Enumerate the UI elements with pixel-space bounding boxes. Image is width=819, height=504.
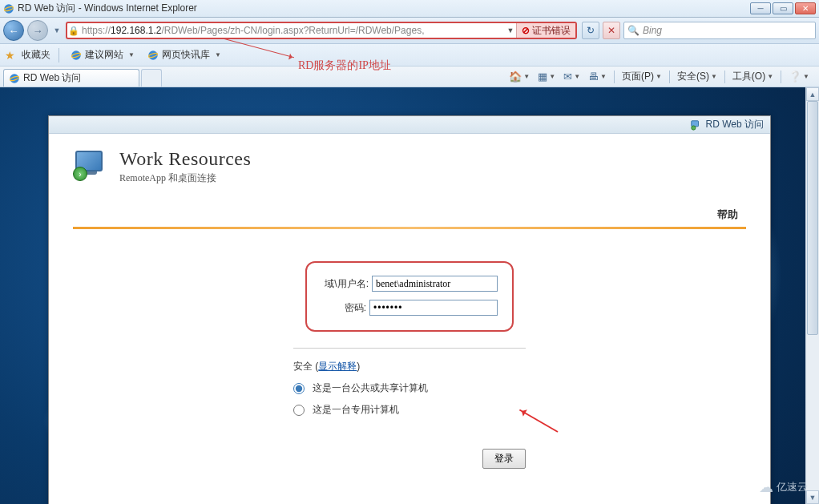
- mail-icon: ✉: [563, 71, 572, 83]
- cmd-page[interactable]: 页面(P)▼: [619, 69, 665, 85]
- rd-icon: [690, 119, 701, 131]
- url-dropdown-icon[interactable]: ▼: [505, 26, 516, 34]
- cmd-label: 页面(P): [622, 70, 654, 83]
- username-label: 域\用户名:: [321, 277, 369, 291]
- help-icon: ❔: [789, 71, 801, 83]
- security-label: 安全: [293, 361, 313, 372]
- show-explanation-link[interactable]: 显示解释: [318, 361, 357, 372]
- rdweb-header-label: RD Web 访问: [706, 118, 764, 131]
- ie-icon: [147, 50, 159, 61]
- cmd-tools[interactable]: 工具(O)▼: [729, 69, 777, 85]
- annotation-text: RD服务器的IP地址: [298, 58, 391, 73]
- back-button[interactable]: ←: [3, 20, 24, 41]
- cmd-print[interactable]: 🖶▼: [585, 69, 610, 85]
- watermark-text: 亿速云: [777, 480, 808, 494]
- chevron-down-icon: ▼: [215, 51, 221, 58]
- search-placeholder: Bing: [643, 25, 662, 36]
- separator: [724, 71, 725, 83]
- security-block: 安全 (显示解释) 这是一台公共或共享计算机 这是一台专用计算机: [293, 348, 526, 417]
- search-icon: 🔍: [627, 25, 639, 36]
- separator: [781, 71, 781, 83]
- rss-icon: ▦: [538, 71, 547, 83]
- cmd-label: 安全(S): [677, 70, 709, 83]
- tab-bar: RD Web 访问 🏠▼ ▦▼ ✉▼ 🖶▼ 页面(P)▼ 安全(S)▼ 工具(O…: [0, 67, 819, 87]
- close-button[interactable]: ✕: [795, 2, 816, 14]
- command-bar: 🏠▼ ▦▼ ✉▼ 🖶▼ 页面(P)▼ 安全(S)▼ 工具(O)▼ ❔▼: [162, 67, 816, 87]
- option-public-label: 这是一台公共或共享计算机: [313, 381, 428, 395]
- cert-error-label: 证书错误: [532, 24, 571, 38]
- username-input[interactable]: [372, 276, 498, 292]
- scroll-thumb[interactable]: [807, 101, 818, 335]
- scroll-down-button[interactable]: ▼: [806, 490, 819, 504]
- password-label: 密码:: [321, 301, 366, 315]
- fav-item-label: 建议网站: [85, 48, 123, 62]
- page-subtitle: RemoteApp 和桌面连接: [119, 171, 251, 185]
- cmd-safety[interactable]: 安全(S)▼: [674, 69, 720, 85]
- favorites-bar: ★ 收藏夹 建议网站 ▼ 网页快讯库 ▼: [0, 44, 819, 67]
- favorites-star-icon[interactable]: ★: [5, 49, 15, 62]
- separator: [669, 71, 670, 83]
- svg-point-9: [691, 125, 695, 129]
- home-icon: 🏠: [509, 71, 522, 83]
- separator: [614, 71, 615, 83]
- tab-rdweb[interactable]: RD Web 访问: [3, 69, 139, 87]
- cmd-help[interactable]: ❔▼: [785, 69, 813, 85]
- login-area: 域\用户名: 密码: 安全 (显示解释) 这是一台公共或共享计算机: [49, 229, 770, 485]
- new-tab-button[interactable]: [141, 69, 162, 87]
- fav-web-slices[interactable]: 网页快讯库 ▼: [144, 46, 224, 63]
- radio-public[interactable]: [293, 383, 305, 394]
- password-input[interactable]: [369, 300, 498, 316]
- tab-label: RD Web 访问: [23, 71, 81, 85]
- login-box-highlight: 域\用户名: 密码:: [305, 261, 514, 332]
- annotation-arrow-login: [519, 409, 559, 433]
- cmd-label: 工具(O): [732, 70, 765, 83]
- work-resources-logo: ›: [73, 151, 108, 183]
- ie-icon: [71, 50, 82, 61]
- print-icon: 🖶: [588, 71, 599, 83]
- window-title: RD Web 访问 - Windows Internet Explorer: [18, 2, 750, 15]
- watermark: ☁ 亿速云: [759, 478, 808, 496]
- address-bar[interactable]: 🔒 https://192.168.1.2/RDWeb/Pages/zh-CN/…: [66, 22, 577, 39]
- navigation-bar: ← → ▼ 🔒 https://192.168.1.2/RDWeb/Pages/…: [0, 18, 819, 44]
- scroll-up-button[interactable]: ▲: [806, 87, 819, 101]
- forward-button[interactable]: →: [27, 20, 48, 41]
- url-text: https://192.168.1.2/RDWeb/Pages/zh-CN/lo…: [80, 25, 505, 36]
- chevron-down-icon: ▼: [128, 51, 135, 58]
- fav-item-label: 网页快讯库: [162, 48, 210, 62]
- page-title: Work Resources: [119, 148, 251, 170]
- cert-error-icon: ⊘: [522, 25, 530, 36]
- page-viewport: RD Web 访问 › Work Resources RemoteApp 和桌面…: [0, 87, 819, 504]
- cmd-home[interactable]: 🏠▼: [506, 69, 533, 85]
- rdweb-panel: RD Web 访问 › Work Resources RemoteApp 和桌面…: [48, 115, 771, 504]
- search-box[interactable]: 🔍 Bing: [623, 22, 816, 39]
- ie-icon: [9, 73, 20, 84]
- login-button[interactable]: 登录: [482, 449, 526, 469]
- svg-rect-8: [691, 120, 698, 126]
- rdweb-header-bar: RD Web 访问: [49, 116, 770, 134]
- minimize-button[interactable]: ─: [750, 2, 771, 14]
- cloud-icon: ☁: [759, 478, 773, 496]
- option-public[interactable]: 这是一台公共或共享计算机: [293, 381, 526, 395]
- option-private[interactable]: 这是一台专用计算机: [293, 403, 526, 417]
- window-titlebar: RD Web 访问 - Windows Internet Explorer ─ …: [0, 0, 819, 18]
- stop-button[interactable]: ✕: [603, 22, 620, 39]
- lock-icon: 🔒: [67, 26, 80, 36]
- work-resources-header: › Work Resources RemoteApp 和桌面连接: [49, 134, 770, 192]
- nav-history-dropdown[interactable]: ▼: [51, 26, 63, 34]
- radio-private[interactable]: [293, 405, 305, 416]
- separator: [58, 48, 59, 62]
- maximize-button[interactable]: ▭: [773, 2, 793, 14]
- cmd-feeds[interactable]: ▦▼: [535, 69, 559, 85]
- favorites-label[interactable]: 收藏夹: [22, 48, 50, 62]
- refresh-button[interactable]: ↻: [582, 22, 599, 39]
- cmd-mail[interactable]: ✉▼: [560, 69, 583, 85]
- vertical-scrollbar[interactable]: ▲ ▼: [805, 87, 819, 504]
- fav-suggested-sites[interactable]: 建议网站 ▼: [67, 46, 138, 63]
- ie-icon: [3, 3, 14, 14]
- help-link[interactable]: 帮助: [717, 208, 738, 220]
- scroll-track[interactable]: [806, 101, 819, 490]
- option-private-label: 这是一台专用计算机: [313, 403, 399, 417]
- certificate-error-badge[interactable]: ⊘ 证书错误: [516, 23, 575, 38]
